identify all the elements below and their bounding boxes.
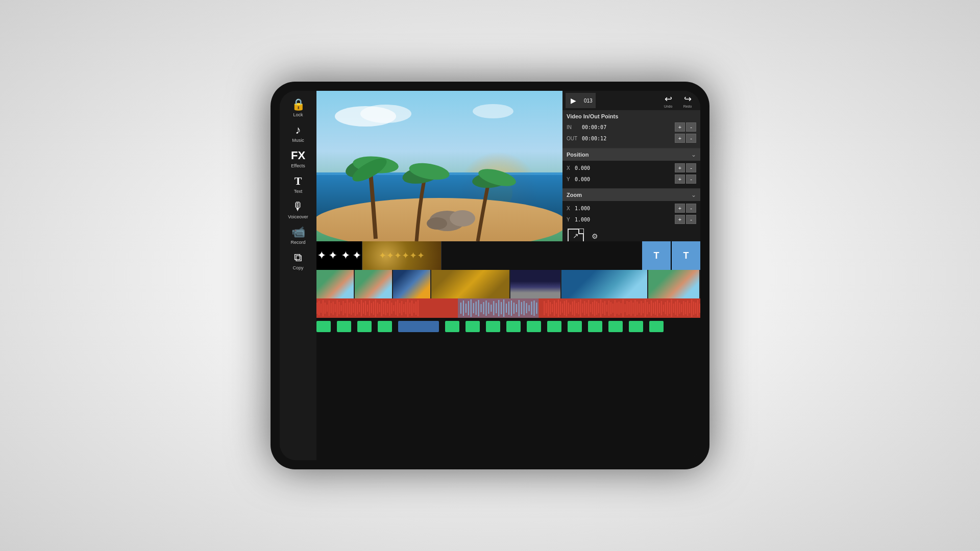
- svg-rect-154: [647, 302, 648, 314]
- svg-rect-179: [697, 300, 698, 316]
- svg-rect-105: [548, 300, 549, 316]
- text-clip-2[interactable]: T: [672, 241, 700, 270]
- position-y-plus-button[interactable]: +: [675, 174, 685, 184]
- svg-rect-158: [655, 302, 656, 315]
- out-minus-button[interactable]: -: [686, 134, 696, 143]
- zoom-x-value: 1.000: [575, 206, 674, 211]
- svg-rect-130: [598, 303, 599, 313]
- position-section: Position ⌄ X 0.000 + - Y: [562, 148, 700, 188]
- redo-label: Redo: [683, 105, 692, 108]
- svg-rect-27: [331, 303, 332, 313]
- svg-rect-64: [405, 302, 406, 314]
- in-point-row: IN 00:00:07 + -: [567, 122, 696, 132]
- zoom-y-minus-button[interactable]: -: [686, 215, 696, 224]
- zoom-title: Zoom: [567, 192, 582, 198]
- marker-1: [316, 321, 331, 332]
- svg-rect-166: [671, 299, 672, 317]
- svg-rect-138: [615, 300, 616, 316]
- svg-rect-173: [685, 302, 686, 314]
- sidebar-item-text[interactable]: T Text: [281, 171, 315, 197]
- position-x-plus-button[interactable]: +: [675, 163, 685, 172]
- bokeh-effect-clip[interactable]: ✦✦✦✦✦✦: [362, 241, 442, 270]
- play-button[interactable]: ▶: [566, 93, 581, 108]
- out-plus-button[interactable]: +: [675, 134, 685, 143]
- photo-thumb-bokeh[interactable]: [431, 270, 510, 298]
- zoom-x-row: X 1.000 + -: [567, 204, 696, 213]
- photo-thumb-2[interactable]: [355, 270, 393, 298]
- svg-rect-47: [371, 303, 372, 313]
- svg-rect-112: [562, 304, 563, 313]
- svg-rect-34: [345, 303, 346, 313]
- svg-rect-172: [683, 301, 684, 315]
- svg-rect-22: [321, 304, 322, 313]
- position-x-row: X 0.000 + -: [567, 163, 696, 172]
- photo-thumb-city[interactable]: [510, 270, 561, 298]
- svg-rect-106: [550, 302, 551, 314]
- marker-7: [486, 321, 500, 332]
- zoom-y-plus-button[interactable]: +: [675, 215, 685, 224]
- svg-rect-153: [645, 299, 646, 317]
- copy-icon: ⧉: [294, 251, 302, 264]
- svg-rect-177: [693, 302, 694, 315]
- svg-rect-51: [379, 304, 380, 312]
- position-y-minus-button[interactable]: -: [686, 174, 696, 184]
- photo-thumb-ocean[interactable]: [561, 270, 648, 298]
- svg-rect-122: [582, 304, 583, 313]
- in-label: IN: [567, 124, 582, 130]
- svg-rect-44: [365, 301, 366, 315]
- undo-button[interactable]: ↩ Undo: [658, 91, 678, 110]
- zoom-x-plus-button[interactable]: +: [675, 204, 685, 213]
- text-tool-icon: T: [295, 174, 302, 188]
- svg-rect-110: [558, 299, 559, 317]
- zoom-header[interactable]: Zoom ⌄: [562, 189, 700, 201]
- svg-rect-126: [590, 304, 591, 312]
- position-title: Position: [567, 152, 589, 158]
- marker-6: [465, 321, 480, 332]
- svg-rect-117: [572, 302, 573, 315]
- export-icon: ↗: [568, 229, 584, 243]
- svg-rect-53: [383, 302, 384, 314]
- sidebar-item-copy[interactable]: ⧉ Copy: [281, 248, 315, 273]
- photo-thumb-last[interactable]: [648, 270, 700, 298]
- redo-button[interactable]: ↪ Redo: [678, 91, 697, 110]
- svg-rect-125: [588, 300, 589, 316]
- sidebar-item-record[interactable]: 📹 Record: [281, 222, 315, 248]
- sidebar-item-effects[interactable]: FX Effects: [281, 146, 315, 171]
- svg-rect-164: [667, 300, 668, 316]
- timeline-area: ✦ ✦ ✦ ✦ ✦✦✦✦✦✦ T T: [316, 241, 700, 460]
- sidebar-item-voiceover-label: Voiceover: [288, 214, 308, 219]
- in-plus-button[interactable]: +: [675, 122, 685, 132]
- svg-rect-38: [353, 304, 354, 313]
- sidebar-item-lock[interactable]: 🔒 Lock: [281, 95, 315, 120]
- svg-rect-165: [669, 303, 670, 314]
- position-x-minus-button[interactable]: -: [686, 163, 696, 172]
- zoom-content: X 1.000 + - Y 1.000 + -: [562, 201, 700, 229]
- in-minus-button[interactable]: -: [686, 122, 696, 132]
- sidebar-item-music[interactable]: ♪ Music: [281, 120, 315, 146]
- marker-blue-1: [398, 321, 439, 332]
- position-x-label: X: [567, 165, 575, 171]
- transport-row: ▶ 013 ↩ Undo ↪ Redo: [562, 91, 700, 110]
- svg-rect-72: [460, 303, 461, 314]
- star-effect-clip[interactable]: ✦ ✦ ✦ ✦: [316, 241, 362, 270]
- effects-strip: ✦ ✦ ✦ ✦ ✦✦✦✦✦✦ T T: [316, 241, 700, 270]
- svg-rect-111: [560, 302, 561, 315]
- tools-icon: ⚙: [592, 232, 598, 240]
- position-header[interactable]: Position ⌄: [562, 148, 700, 161]
- svg-rect-171: [681, 304, 682, 312]
- sidebar-item-voiceover[interactable]: 🎙 Voiceover: [281, 197, 315, 222]
- svg-rect-35: [347, 299, 348, 317]
- zoom-x-minus-button[interactable]: -: [686, 204, 696, 213]
- svg-rect-102: [536, 303, 537, 314]
- sidebar-item-record-label: Record: [290, 240, 305, 245]
- svg-rect-180: [699, 304, 700, 313]
- photo-thumb-1[interactable]: [316, 270, 355, 298]
- text-clip-1[interactable]: T: [642, 241, 671, 270]
- svg-rect-161: [661, 301, 662, 315]
- microphone-icon: 🎙: [292, 200, 304, 213]
- svg-rect-133: [604, 301, 605, 315]
- position-chevron-icon: ⌄: [691, 151, 696, 158]
- svg-rect-42: [361, 300, 362, 316]
- svg-rect-36: [349, 303, 350, 314]
- photo-thumb-3[interactable]: [393, 270, 431, 298]
